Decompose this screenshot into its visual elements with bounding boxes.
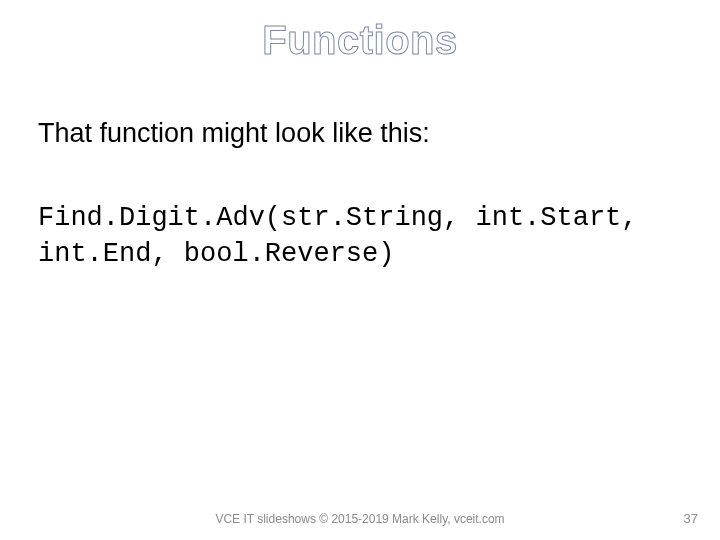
code-line-1: Find.Digit.Adv(str.String, int.Start, — [38, 203, 638, 233]
page-number: 37 — [684, 511, 698, 526]
slide-title: Functions — [0, 18, 720, 63]
footer-credit: VCE IT slideshows © 2015-2019 Mark Kelly… — [0, 512, 720, 526]
code-line-2: int.End, bool.Reverse) — [38, 239, 394, 269]
lead-text: That function might look like this: — [38, 118, 430, 149]
code-block: Find.Digit.Adv(str.String, int.Start, in… — [38, 200, 682, 273]
